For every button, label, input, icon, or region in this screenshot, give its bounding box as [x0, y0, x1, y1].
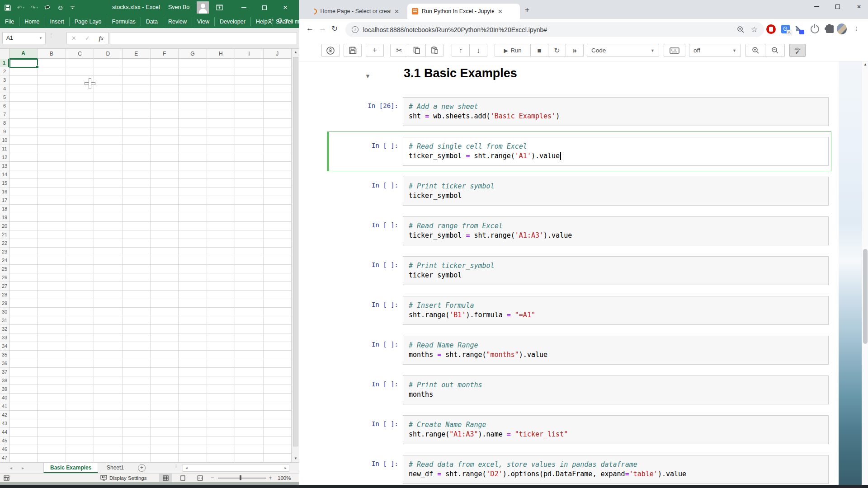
restart-kernel-button[interactable]: ↻ [548, 44, 566, 57]
adblock-extension-icon[interactable] [766, 24, 776, 34]
sheet-tab-basic-examples[interactable]: Basic Examples [43, 463, 98, 473]
code-cell-9[interactable]: In [ ]:# Create Name Rangesht.range("A1:… [327, 410, 831, 450]
row-header-2[interactable]: 2 [0, 67, 9, 76]
cell-type-select[interactable]: Code▼ [587, 44, 659, 57]
row-header-7[interactable]: 7 [0, 110, 9, 119]
selected-cell-a1[interactable] [9, 59, 38, 68]
tab-close-icon[interactable]: ✕ [498, 8, 503, 15]
code-cell-7[interactable]: In [ ]:# Read Name Rangemonths = sht.ran… [327, 330, 831, 370]
row-header-16[interactable]: 16 [0, 188, 9, 196]
row-header-6[interactable]: 6 [0, 102, 9, 110]
column-header-a[interactable]: A [9, 49, 38, 59]
grid-cells[interactable] [9, 59, 292, 462]
row-header-22[interactable]: 22 [0, 239, 9, 248]
row-header-15[interactable]: 15 [0, 179, 9, 188]
zoom-slider-thumb[interactable] [240, 475, 241, 480]
page-layout-view-icon[interactable] [176, 474, 189, 482]
cell-input[interactable]: # Read single cell from Excelticker_symb… [403, 137, 829, 166]
column-header-i[interactable]: I [235, 49, 263, 59]
name-box[interactable]: A1▼ [2, 32, 46, 44]
cell-input[interactable]: # Print ticker_symbolticker_symbol [403, 256, 829, 285]
code-cell-6[interactable]: In [ ]:# Insert Formulasht.range('B1').f… [327, 291, 831, 330]
row-header-24[interactable]: 24 [0, 256, 9, 265]
row-header-35[interactable]: 35 [0, 351, 9, 359]
excel-vertical-scrollbar[interactable]: ▲ ▼ [292, 49, 299, 462]
redo-icon[interactable]: ↷▾ [31, 4, 38, 11]
copy-cell-button[interactable] [408, 44, 426, 57]
accessibility-status-icon[interactable] [4, 474, 9, 482]
row-header-40[interactable]: 40 [0, 394, 9, 402]
excel-close-button[interactable]: ✕ [278, 0, 293, 15]
chrome-close-button[interactable]: ✕ [850, 0, 868, 14]
scrollbar-up-icon[interactable]: ▲ [862, 62, 868, 66]
row-header-43[interactable]: 43 [0, 419, 9, 428]
zoom-level-label[interactable]: 100% [278, 474, 291, 482]
column-header-e[interactable]: E [123, 49, 151, 59]
row-header-26[interactable]: 26 [0, 273, 9, 282]
sheet-nav-right-icon[interactable]: ▸ [22, 463, 24, 473]
row-header-25[interactable]: 25 [0, 265, 9, 273]
new-sheet-button[interactable]: + [138, 464, 146, 472]
customize-qat-icon[interactable] [70, 5, 75, 10]
cell-input[interactable]: # Print out monthsmonths [403, 375, 829, 404]
row-header-28[interactable]: 28 [0, 291, 9, 299]
ribbon-tab-view[interactable]: View [192, 17, 215, 26]
code-cell-2[interactable]: In [ ]:# Read single cell from Exceltick… [327, 131, 831, 171]
tab-close-icon[interactable]: ✕ [394, 8, 399, 15]
page-break-view-icon[interactable] [193, 474, 206, 482]
zoom-slider-track[interactable] [218, 478, 266, 479]
ribbon-tab-home[interactable]: Home [19, 17, 45, 26]
row-header-45[interactable]: 45 [0, 436, 9, 445]
row-header-18[interactable]: 18 [0, 205, 9, 213]
interrupt-kernel-button[interactable]: ■ [530, 44, 548, 57]
select-all-corner[interactable] [0, 49, 9, 59]
cell-input[interactable]: # Print ticker_symbolticker_symbol [403, 177, 829, 206]
row-header-23[interactable]: 23 [0, 248, 9, 256]
confirm-entry-icon[interactable]: ✓ [85, 35, 90, 42]
row-header-32[interactable]: 32 [0, 325, 9, 333]
sheet-nav-left-icon[interactable]: ◂ [10, 463, 12, 473]
code-cell-1[interactable]: In [26]:# Add a new sheetsht = wb.sheets… [327, 92, 831, 131]
zoom-in-plus[interactable]: + [269, 474, 272, 482]
cell-input[interactable]: # Read data from excel, store values in … [403, 455, 829, 484]
excel-vscroll-thumb[interactable] [293, 57, 298, 446]
column-header-g[interactable]: G [179, 49, 207, 59]
row-header-39[interactable]: 39 [0, 385, 9, 394]
chrome-maximize-button[interactable] [829, 0, 847, 14]
scroll-down-icon[interactable]: ▼ [292, 455, 299, 462]
excel-user-name[interactable]: Sven Bo [168, 0, 189, 15]
cell-input[interactable]: # Insert Formulasht.range('B1').formula … [403, 296, 829, 325]
formula-bar-drag-handle[interactable]: ⁞ [49, 34, 53, 38]
ribbon-tab-review[interactable]: Review [163, 17, 192, 26]
insert-function-icon[interactable]: fx [99, 35, 104, 42]
row-header-29[interactable]: 29 [0, 299, 9, 308]
row-header-34[interactable]: 34 [0, 342, 9, 351]
row-header-33[interactable]: 33 [0, 333, 9, 342]
row-header-9[interactable]: 9 [0, 127, 9, 136]
feedback-smiley-icon[interactable]: ☺ [57, 4, 64, 11]
url-text[interactable]: localhost:8888/notebooks/Run%20Python%20… [363, 26, 737, 33]
touch-mode-icon[interactable] [44, 5, 51, 10]
row-header-4[interactable]: 4 [0, 84, 9, 93]
column-header-b[interactable]: B [38, 49, 66, 59]
ribbon-tab-insert[interactable]: Insert [45, 17, 70, 26]
row-header-41[interactable]: 41 [0, 402, 9, 411]
undo-icon[interactable]: ↶▾ [17, 4, 24, 11]
code-cell-4[interactable]: In [ ]:# Read range from Excelticker_sym… [327, 211, 831, 251]
back-icon[interactable]: ← [306, 24, 314, 33]
code-cell-3[interactable]: In [ ]:# Print ticker_symbolticker_symbo… [327, 171, 831, 211]
column-header-d[interactable]: D [94, 49, 122, 59]
row-header-37[interactable]: 37 [0, 368, 9, 376]
cancel-entry-icon[interactable]: ✕ [71, 35, 76, 42]
ribbon-tab-page-layo[interactable]: Page Layo [70, 17, 107, 26]
spellcheck-button[interactable]: abc ✓ [789, 44, 806, 57]
row-header-8[interactable]: 8 [0, 119, 9, 127]
power-extension-icon[interactable] [810, 24, 820, 34]
restart-run-all-button[interactable]: » [566, 44, 584, 57]
save-notebook-button[interactable] [344, 44, 362, 57]
toggle-select[interactable]: off▼ [689, 44, 741, 57]
row-header-36[interactable]: 36 [0, 359, 9, 368]
omnibox[interactable]: i localhost:8888/notebooks/Run%20Python%… [345, 22, 764, 37]
row-header-17[interactable]: 17 [0, 196, 9, 205]
save-icon[interactable] [5, 5, 11, 11]
